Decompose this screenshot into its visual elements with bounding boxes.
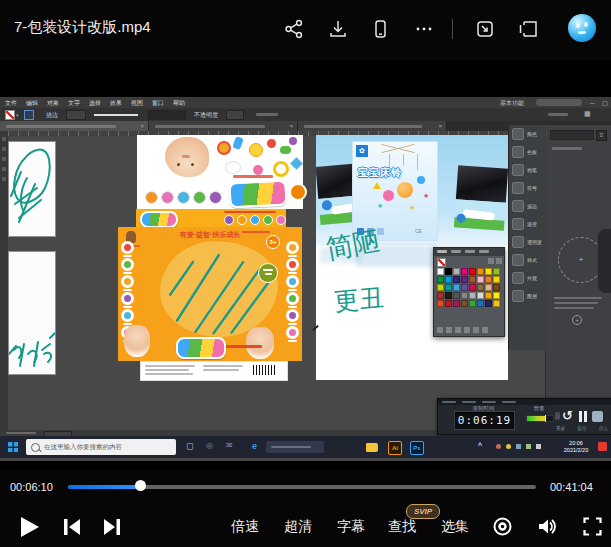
previous-button[interactable]: [62, 517, 82, 537]
barcode: [253, 365, 275, 375]
color-badge: [276, 215, 286, 225]
recording-timer: 0:06:19: [454, 411, 515, 430]
panel-label: 图层: [527, 293, 537, 299]
none-swatch: [437, 258, 446, 267]
color-swatch: [493, 300, 500, 307]
tray-clock: 20:06 2021/2/20: [556, 440, 596, 454]
panel-label: 样式: [527, 257, 537, 263]
panel-dock-item: 描边: [509, 197, 546, 215]
toy-graphic: [280, 146, 291, 154]
package-side-badge: [121, 292, 134, 305]
color-swatch: [453, 300, 460, 307]
more-options-button[interactable]: [413, 18, 435, 40]
package-side-badge: [286, 258, 299, 271]
package-info-strip: [140, 361, 288, 381]
mini-window-button[interactable]: [517, 18, 539, 40]
edge-browser-icon: e: [252, 441, 257, 451]
video-display-area[interactable]: 文件编辑对象文字选择效果视图窗口帮助 基本功能 ─ ▢ ✕ ▾ 描边 不透明度 …: [0, 60, 611, 470]
toy-graphic: [290, 157, 303, 170]
subtitle-button[interactable]: 字幕: [337, 518, 365, 536]
marker-scribble: [9, 142, 55, 236]
color-swatch: [437, 284, 444, 291]
mic-icon: [555, 412, 560, 420]
find-button[interactable]: 查找: [388, 518, 416, 536]
panel-dock-item: 渐变: [509, 215, 546, 233]
quality-button[interactable]: 超清: [284, 518, 312, 536]
color-badge: [237, 215, 247, 225]
tray-chevron-icon: ˄: [478, 441, 482, 448]
total-time: 00:41:04: [550, 481, 593, 493]
recorder-button-label: 暂停: [578, 426, 587, 431]
download-icon: [327, 18, 349, 40]
play-icon: [18, 515, 40, 539]
file-explorer-icon: [366, 443, 378, 452]
volume-button[interactable]: [536, 516, 558, 537]
illustrator-menu-item: 文字: [68, 99, 80, 108]
user-avatar[interactable]: [568, 14, 596, 42]
windows-taskbar: 在这里输入你要搜索的内容 ◻ ◎ ✉ e Ai Ps ˄ 20:0: [0, 436, 611, 458]
panel-dock-item: 外观: [509, 269, 546, 287]
baby-photo: [165, 137, 209, 177]
ctrlbar-right-smudge: [548, 113, 568, 116]
color-swatch: [493, 276, 500, 283]
stop-recording-icon: [592, 411, 603, 422]
share-button[interactable]: [283, 18, 305, 40]
green-claim-badge: [258, 263, 278, 283]
package-side-badge: [121, 258, 134, 271]
toy-graphic: [289, 137, 297, 145]
windows-start-icon: [8, 442, 18, 452]
search-icon: [31, 443, 40, 452]
illustrator-menu-item: 效果: [110, 99, 122, 108]
playback-speed-button[interactable]: 倍速: [231, 518, 259, 536]
progress-handle[interactable]: [135, 480, 146, 491]
color-swatch: [461, 284, 468, 291]
address-pill: [266, 441, 324, 453]
send-to-phone-button[interactable]: [369, 18, 391, 40]
fullscreen-icon: [583, 517, 602, 536]
package-side-badge: [121, 241, 134, 254]
stroke-width-field: [66, 110, 86, 120]
tray-date: 2021/2/20: [556, 447, 596, 454]
color-swatch: [469, 268, 476, 275]
color-swatch: [485, 292, 492, 299]
color-badge: [263, 215, 273, 225]
flap-text-smudge: [224, 211, 276, 213]
list-view-icon: [488, 258, 494, 264]
fullscreen-button[interactable]: [583, 517, 602, 536]
close-icon: ×: [140, 123, 144, 129]
audio-mode-button[interactable]: [492, 516, 513, 537]
video-player-window: 7-包装设计改版.mp4: [0, 0, 611, 547]
panel-dock: 颜色 色板 画笔 符号 描边 渐变 透明: [508, 125, 546, 350]
recorder-button-label: 重录: [556, 426, 565, 431]
color-swatch: [453, 284, 460, 291]
opacity-label: 不透明度: [194, 111, 218, 120]
brand-corner-logo: ✿: [356, 145, 368, 157]
color-swatch: [477, 300, 484, 307]
next-button[interactable]: [102, 517, 122, 537]
picture-in-picture-button[interactable]: [474, 18, 496, 40]
swatches-panel-buttons: [437, 327, 488, 333]
brush-dropdown: [148, 110, 186, 120]
panel-dock-item: 透明度: [509, 233, 546, 251]
volume-meter: [526, 415, 554, 422]
panel-icon: [512, 146, 524, 158]
episodes-button[interactable]: 选集: [441, 518, 469, 536]
tray-icon: [496, 444, 501, 449]
panel-label: 颜色: [527, 131, 537, 137]
color-swatch: [469, 284, 476, 291]
color-swatch: [485, 276, 492, 283]
color-badge: [145, 191, 158, 204]
baby-photo-left: [124, 325, 150, 357]
artboard-sketch-1: [8, 141, 56, 237]
collage-badge-row: [145, 191, 222, 204]
brand-logo-bubble: [228, 180, 287, 209]
panel-flyout-shape: [598, 229, 611, 293]
panel-dock-item: 样式: [509, 251, 546, 269]
ring-icon: [492, 516, 513, 537]
play-button[interactable]: [18, 515, 40, 539]
flap-logo: [140, 211, 178, 228]
grid-icon: ▦: [584, 110, 591, 118]
illustrator-menu-bar: 文件编辑对象文字选择效果视图窗口帮助: [5, 99, 185, 108]
download-button[interactable]: [327, 18, 349, 40]
picture-in-picture-icon: [474, 18, 496, 40]
